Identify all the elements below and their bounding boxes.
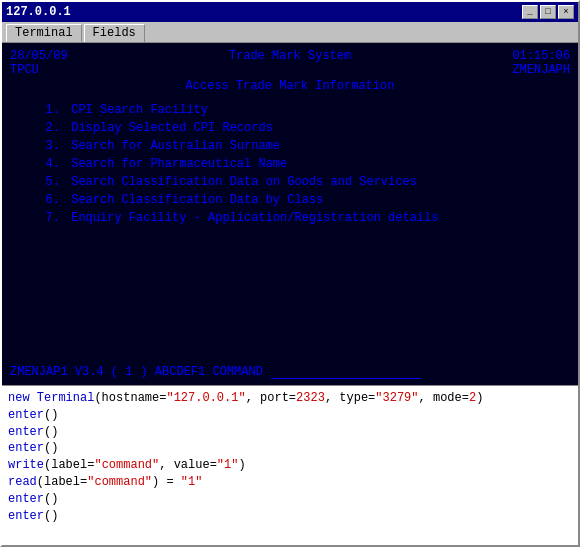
menu-item-4[interactable]: 4. Search for Pharmaceutical Name [10, 157, 570, 171]
header-left: 28/05/09 TPCU [10, 49, 68, 77]
terminal-subtitle: Access Trade Mark Information [10, 79, 570, 93]
menu-bar: Terminal Fields [2, 22, 578, 43]
maximize-button[interactable]: □ [540, 5, 556, 19]
menu-item-3[interactable]: 3. Search for Australian Surname [10, 139, 570, 153]
terminal-screen: 28/05/09 TPCU Trade Mark System 01:15:06… [2, 43, 578, 385]
log-line-5: write(label="command", value="1") [8, 457, 572, 474]
header-time: 01:15:06 [512, 49, 570, 63]
menu-list: 1. CPI Search Facility 2. Display Select… [10, 103, 570, 225]
window-controls: _ □ × [522, 5, 574, 19]
menu-item-1[interactable]: 1. CPI Search Facility [10, 103, 570, 117]
minimize-button[interactable]: _ [522, 5, 538, 19]
header-center: Trade Mark System [229, 49, 351, 73]
window-title: 127.0.0.1 [6, 5, 71, 19]
tab-terminal[interactable]: Terminal [6, 24, 82, 42]
close-button[interactable]: × [558, 5, 574, 19]
footer-middle: ) ABCDEF1 COMMAND [140, 365, 262, 379]
menu-item-5[interactable]: 5. Search Classification Data on Goods a… [10, 175, 570, 189]
header-user: TPCU [10, 63, 68, 77]
log-area: new Terminal(hostname="127.0.0.1", port=… [2, 385, 578, 545]
footer-left: ZMENJAP1 V3.4 ( 1 [10, 365, 132, 379]
log-line-3: enter() [8, 424, 572, 441]
log-line-1: new Terminal(hostname="127.0.0.1", port=… [8, 390, 572, 407]
footer-line: ZMENJAP1 V3.4 ( 1 ) ABCDEF1 COMMAND [10, 364, 570, 379]
menu-item-2[interactable]: 2. Display Selected CPI Records [10, 121, 570, 135]
log-line-2: enter() [8, 407, 572, 424]
header-right: 01:15:06 ZMENJAPH [512, 49, 570, 77]
title-bar: 127.0.0.1 _ □ × [2, 2, 578, 22]
terminal-header: 28/05/09 TPCU Trade Mark System 01:15:06… [10, 49, 570, 77]
log-line-4: enter() [8, 440, 572, 457]
tab-fields[interactable]: Fields [84, 24, 145, 42]
log-line-8: enter() [8, 508, 572, 525]
log-line-6: read(label="command") = "1" [8, 474, 572, 491]
terminal-footer: ZMENJAP1 V3.4 ( 1 ) ABCDEF1 COMMAND [10, 364, 570, 379]
menu-item-6[interactable]: 6. Search Classification Data by Class [10, 193, 570, 207]
log-line-7: enter() [8, 491, 572, 508]
command-input[interactable] [271, 364, 421, 379]
header-date: 28/05/09 [10, 49, 68, 63]
main-window: 127.0.0.1 _ □ × Terminal Fields 28/05/09… [0, 0, 580, 547]
header-session: ZMENJAPH [512, 63, 570, 77]
menu-item-7[interactable]: 7. Enquiry Facility - Application/Regist… [10, 211, 570, 225]
